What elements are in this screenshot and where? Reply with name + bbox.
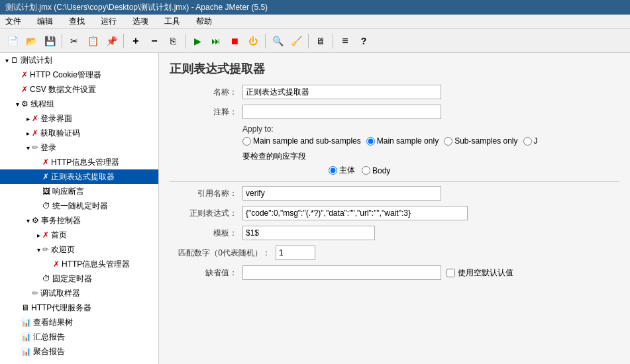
new-button[interactable]: 📄 [4, 32, 21, 50]
response-field-label-text: 要检查的响应字段 [170, 152, 306, 161]
run-button[interactable]: ▶ [189, 32, 206, 50]
label-debug-sampler: 调试取样器 [40, 288, 80, 299]
clear-button[interactable]: 🧹 [288, 32, 305, 50]
icon-view-results: 📊 [21, 318, 31, 327]
tree-node-http-header-mgr[interactable]: ✗ HTTP信息头管理器 [0, 155, 158, 169]
title-text: 测试计划.jmx (C:\Users\copy\Desktop\测试计划.jmx… [5, 2, 268, 13]
radio-j-input[interactable] [523, 137, 532, 146]
cut-button[interactable]: ✂ [66, 32, 83, 50]
comment-input[interactable] [242, 105, 441, 119]
help-button[interactable]: ? [355, 32, 372, 50]
label-regex-extractor: 正则表达式提取器 [51, 171, 115, 183]
radio-main-only-input[interactable] [366, 137, 375, 146]
tree-node-regex-extractor[interactable]: ✗ 正则表达式提取器 [0, 169, 158, 184]
default-input[interactable] [242, 265, 441, 280]
tree-node-response-assert[interactable]: 🖼 响应断言 [0, 184, 158, 199]
icon-thread-group: ⚙ [21, 99, 28, 109]
tree-node-thread-group[interactable]: ▾ ⚙ 线程组 [0, 97, 158, 111]
radio-body-main-input[interactable] [329, 166, 337, 175]
response-field-label: 要检查的响应字段 [170, 151, 619, 162]
duplicate-button[interactable]: ⎘ [164, 32, 182, 50]
use-empty-label[interactable]: 使用空默认认值 [446, 267, 513, 279]
search-button[interactable]: 🔍 [269, 32, 286, 50]
menu-find[interactable]: 查找 [66, 15, 87, 28]
template-row: 模板： [170, 226, 619, 240]
add-button[interactable]: + [127, 32, 144, 50]
tree-node-transaction[interactable]: ▾ ⚙ 事务控制器 [0, 213, 158, 228]
icon-regex-extractor: ✗ [42, 172, 49, 181]
comment-row: 注释： [170, 105, 619, 119]
radio-main-sub[interactable]: Main sample and sub-samples [242, 136, 361, 146]
stop-button[interactable]: ⏹ [226, 32, 243, 50]
name-input[interactable] [242, 85, 441, 99]
menu-options[interactable]: 选项 [130, 15, 151, 28]
radio-sub-only-input[interactable] [444, 137, 452, 146]
tree-node-welcome-group[interactable]: ▾ ✏ 欢迎页 [0, 242, 158, 257]
radio-body-input[interactable] [362, 166, 370, 175]
remote-start-button[interactable]: 🖥 [312, 32, 329, 50]
tree-node-random-timer[interactable]: ⏱ 统一随机定时器 [0, 199, 158, 213]
name-label: 名称： [170, 87, 242, 98]
tree-node-home[interactable]: ▸ ✗ 首页 [0, 228, 158, 242]
divider-1 [170, 181, 619, 182]
icon-response-assert: 🖼 [42, 187, 50, 196]
menu-run[interactable]: 运行 [98, 15, 119, 28]
tree-node-login-group[interactable]: ▾ ✏ 登录 [0, 140, 158, 155]
regex-label: 正则表达式： [170, 208, 242, 219]
toolbar: 📄 📂 💾 ✂ 📋 📌 + − ⎘ ▶ ⏭ ⏹ ⏻ 🔍 🧹 🖥 ≡ ? [0, 29, 630, 53]
tree-node-http-proxy[interactable]: 🖥 HTTP代理服务器 [0, 300, 158, 315]
sep-1 [62, 34, 62, 48]
save-button[interactable]: 💾 [41, 32, 58, 50]
radio-sub-only-label: Sub-samples only [454, 136, 517, 146]
tree-node-login-page[interactable]: ▸ ✗ 登录界面 [0, 111, 158, 126]
radio-main-only[interactable]: Main sample only [366, 136, 439, 146]
tree-node-http-cookie[interactable]: ✗ HTTP Cookie管理器 [0, 68, 158, 82]
menu-edit[interactable]: 编辑 [34, 15, 56, 28]
tree-node-view-results[interactable]: 📊 查看结果树 [0, 315, 158, 330]
label-http-header-mgr2: HTTP信息头管理器 [62, 259, 130, 270]
shutdown-button[interactable]: ⏻ [244, 32, 262, 50]
label-view-results: 查看结果树 [33, 317, 73, 328]
label-test-plan: 测试计划 [21, 55, 52, 66]
tree-node-summary-report[interactable]: 📊 汇总报告 [0, 330, 158, 344]
template-button[interactable]: ≡ [337, 32, 354, 50]
radio-body[interactable]: Body [362, 166, 390, 175]
remove-button[interactable]: − [146, 32, 163, 50]
use-empty-checkbox[interactable] [446, 269, 455, 277]
menu-tools[interactable]: 工具 [162, 15, 183, 28]
comment-label: 注释： [170, 107, 242, 118]
radio-body-main[interactable]: 主体 [329, 165, 355, 176]
title-bar: 测试计划.jmx (C:\Users\copy\Desktop\测试计划.jmx… [0, 0, 630, 15]
radio-j[interactable]: J [523, 136, 538, 146]
tree-node-csv-data[interactable]: ✗ CSV 数据文件设置 [0, 82, 158, 97]
icon-summary-report: 📊 [21, 332, 31, 341]
tree-node-fixed-timer[interactable]: ⏱ 固定定时器 [0, 271, 158, 286]
apply-to-section: Apply to: Main sample and sub-samples Ma… [170, 124, 619, 146]
match-no-input[interactable] [276, 246, 315, 260]
tree-node-test-plan[interactable]: ▾ 🗒 测试计划 [0, 53, 158, 68]
default-label: 缺省值： [170, 267, 242, 279]
radio-main-sub-input[interactable] [242, 137, 251, 146]
open-button[interactable]: 📂 [23, 32, 40, 50]
tree-node-http-header-mgr2[interactable]: ✗ HTTP信息头管理器 [0, 257, 158, 271]
label-welcome-group: 欢迎页 [51, 244, 75, 255]
menu-file[interactable]: 文件 [3, 15, 24, 28]
tree-node-get-verify[interactable]: ▸ ✗ 获取验证码 [0, 126, 158, 140]
radio-sub-only[interactable]: Sub-samples only [444, 136, 517, 146]
label-login-group: 登录 [40, 142, 56, 154]
label-get-verify: 获取验证码 [40, 128, 80, 139]
ref-name-input[interactable] [242, 186, 441, 201]
menu-help[interactable]: 帮助 [193, 15, 215, 28]
sep-2 [123, 34, 124, 48]
start-no-pause-button[interactable]: ⏭ [207, 32, 225, 50]
regex-input[interactable] [242, 206, 468, 220]
radio-body-main-label: 主体 [339, 165, 355, 176]
match-no-label: 匹配数字（0代表随机）： [170, 248, 276, 259]
template-input[interactable] [242, 226, 375, 240]
tree-node-aggregate-report[interactable]: 📊 聚合报告 [0, 344, 158, 359]
tree-node-debug-sampler[interactable]: ✏ 调试取样器 [0, 286, 158, 300]
default-row: 缺省值： 使用空默认认值 [170, 265, 619, 280]
paste-button[interactable]: 📌 [103, 32, 120, 50]
label-transaction: 事务控制器 [41, 215, 81, 226]
copy-button[interactable]: 📋 [84, 32, 101, 50]
